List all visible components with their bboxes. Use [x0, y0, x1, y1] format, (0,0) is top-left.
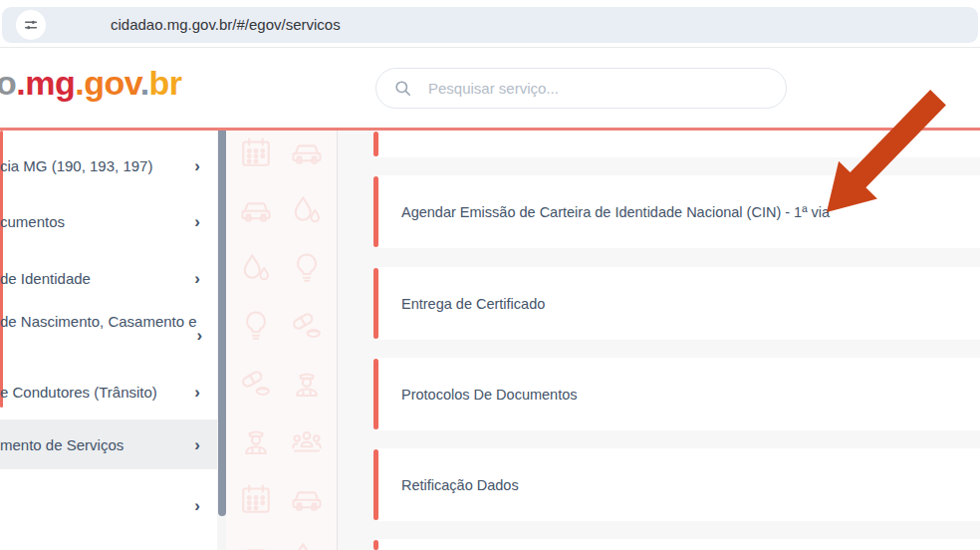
browser-address-bar[interactable]: cidadao.mg.gov.br/#/egov/servicos [2, 7, 978, 43]
pills-icon [289, 308, 325, 344]
light-bulb-icon [289, 250, 325, 286]
watermark-row [238, 192, 325, 228]
service-card-label: Agendar Emissão de Carteira de Identidad… [401, 204, 830, 220]
service-card-entrega-certificado[interactable]: Entrega de Certificado [373, 267, 980, 340]
search-icon [393, 79, 412, 98]
service-card-label: Protocolos De Documentos [401, 387, 578, 403]
service-card-label: Entrega de Certificado [401, 296, 545, 312]
sidebar-item-condutores-transito[interactable]: e Condutores (Trânsito) › [0, 367, 217, 416]
sidebar-item-label: de Nascimento, Casamento e [0, 313, 197, 330]
water-drops-icon [289, 539, 325, 550]
police-officer-icon [238, 423, 274, 459]
browser-window: cidadao.mg.gov.br/#/egov/servicos o.mg.g… [0, 0, 980, 550]
sidebar-item-agendamento-servicos[interactable]: mento de Serviços › [0, 419, 217, 469]
chevron-right-icon: › [194, 270, 200, 287]
watermark-row [238, 423, 325, 459]
calendar-icon [238, 481, 274, 517]
calendar-icon [238, 135, 274, 170]
watermark-row [238, 481, 325, 517]
sidebar-item-cutoff[interactable]: › [0, 480, 217, 530]
sidebar-item-emergencia[interactable]: cia MG (190, 193, 197) › [0, 140, 217, 190]
car-icon [289, 135, 325, 170]
sidebar-item-identidade[interactable]: de Identidade › [0, 253, 217, 303]
chevron-right-icon: › [194, 384, 200, 401]
light-bulb-icon [238, 308, 274, 344]
chevron-right-icon: › [194, 497, 200, 514]
logo-segment: gov [84, 64, 139, 102]
logo-segment: . [140, 64, 149, 102]
content-top-accent-line [0, 128, 980, 131]
service-card-partial-top[interactable] [373, 131, 980, 157]
service-card-agendar-cin[interactable]: Agendar Emissão de Carteira de Identidad… [373, 175, 980, 248]
watermark-icon-column [226, 131, 338, 550]
category-sidebar: cia MG (190, 193, 197) › cumentos › de I… [0, 131, 217, 550]
logo-segment: . [75, 64, 84, 102]
sidebar-item-nascimento-casamento[interactable]: de Nascimento, Casamento e › [0, 303, 217, 353]
water-drops-icon [238, 250, 274, 286]
site-settings-toggle-icon[interactable] [16, 10, 46, 40]
sidebar-item-label: de Identidade [0, 270, 91, 287]
search-input[interactable] [426, 79, 769, 98]
service-list: Agendar Emissão de Carteira de Identidad… [338, 131, 980, 550]
service-card-label: Retificação Dados [401, 477, 519, 493]
logo-segment: . [16, 64, 25, 102]
site-logo[interactable]: o.mg.gov.br [0, 64, 182, 103]
watermark-row [238, 250, 325, 286]
watermark-row [238, 539, 325, 550]
sidebar-item-label: e Condutores (Trânsito) [0, 384, 157, 401]
car-icon [289, 481, 325, 517]
watermark-row [238, 135, 325, 170]
sidebar-item-label: cumentos [0, 213, 65, 230]
header-separator [0, 47, 980, 48]
watermark-row [238, 308, 325, 344]
sidebar-item-label: cia MG (190, 193, 197) [0, 157, 152, 174]
watermark-row [238, 366, 325, 402]
url-text[interactable]: cidadao.mg.gov.br/#/egov/servicos [111, 7, 341, 43]
service-card-retificacao-dados[interactable]: Retificação Dados [373, 448, 980, 521]
sidebar-item-label: mento de Serviços [0, 436, 123, 453]
car-icon [238, 192, 274, 228]
water-drops-icon [289, 192, 325, 228]
chevron-right-icon: › [194, 157, 200, 174]
service-card-partial-bottom[interactable] [373, 539, 980, 550]
service-search-bar[interactable] [375, 68, 787, 109]
logo-segment: br [149, 64, 182, 102]
car-icon [238, 539, 274, 550]
chevron-right-icon: › [194, 436, 200, 453]
sidebar-item-documentos[interactable]: cumentos › [0, 196, 217, 246]
police-officer-icon [289, 366, 325, 402]
chevron-right-icon: › [194, 213, 200, 230]
logo-segment: mg [25, 64, 75, 102]
service-card-protocolos-documentos[interactable]: Protocolos De Documentos [373, 358, 980, 430]
pills-icon [238, 366, 274, 402]
sidebar-scrollbar[interactable] [217, 131, 226, 550]
people-group-icon [289, 423, 325, 459]
logo-segment: o [0, 64, 16, 102]
scrollbar-thumb[interactable] [218, 131, 226, 516]
chevron-right-icon: › [197, 327, 203, 344]
